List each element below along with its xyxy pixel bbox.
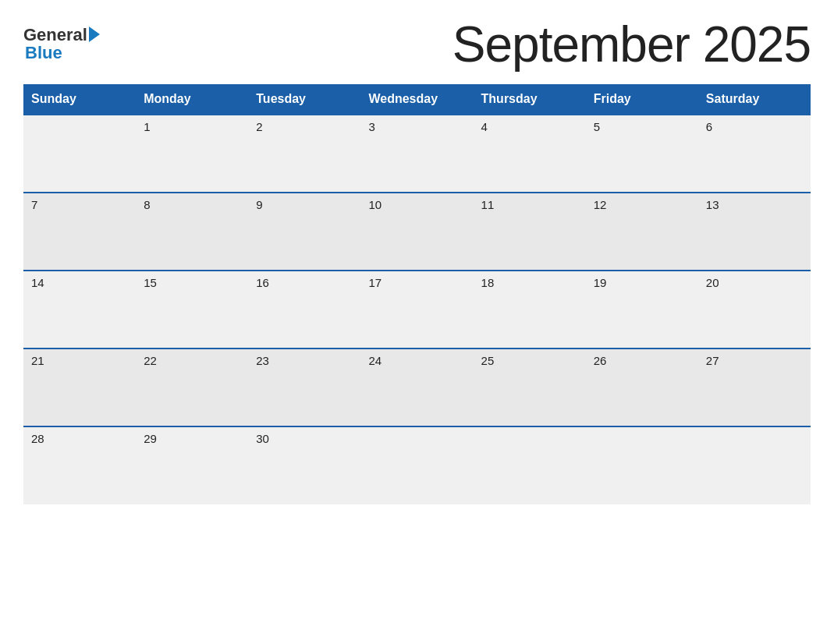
calendar-cell: 29 [136,426,248,504]
calendar-cell: 17 [360,271,473,349]
day-number: 4 [481,120,488,133]
calendar-cell: 9 [248,193,360,271]
calendar-cell: 10 [360,193,473,271]
day-number: 15 [144,276,157,289]
calendar-week-row: 14151617181920 [23,271,811,349]
calendar-cell: 4 [474,115,586,193]
day-number: 2 [256,120,262,133]
calendar-cell: 20 [698,271,811,349]
header-monday: Monday [136,84,248,115]
day-number: 1 [144,120,150,133]
day-number: 26 [594,354,607,367]
header-wednesday: Wednesday [360,84,473,115]
calendar-cell: 28 [23,426,136,504]
day-number: 30 [256,432,269,445]
day-number: 28 [31,432,44,445]
calendar-week-row: 282930 [23,426,811,504]
calendar-cell [360,426,473,504]
day-number: 14 [31,276,44,289]
calendar-week-row: 123456 [23,115,811,193]
calendar-cell: 30 [248,426,360,504]
calendar-week-row: 78910111213 [23,193,811,271]
calendar-cell: 12 [586,193,698,271]
day-number: 16 [256,276,269,289]
calendar-cell: 14 [23,271,136,349]
day-number: 27 [706,354,719,367]
header-saturday: Saturday [698,84,811,115]
month-title: September 2025 [452,16,811,73]
header: General Blue September 2025 [23,16,811,73]
calendar-cell: 13 [698,193,811,271]
logo-triangle-icon [89,27,100,42]
day-number: 23 [256,354,269,367]
day-number: 10 [368,198,382,211]
calendar-cell: 26 [586,349,698,426]
calendar-cell: 25 [474,349,586,426]
logo-blue-text: Blue [25,44,100,62]
page: General Blue September 2025 Sunday Monda… [0,0,834,644]
calendar-cell: 18 [474,271,586,349]
calendar-cell: 1 [136,115,248,193]
calendar-week-row: 21222324252627 [23,349,811,426]
day-number: 7 [31,198,37,211]
weekday-header-row: Sunday Monday Tuesday Wednesday Thursday… [23,84,811,115]
day-number: 12 [594,198,607,211]
calendar-cell [698,426,811,504]
day-number: 5 [594,120,600,133]
day-number: 25 [481,354,495,367]
calendar-cell [474,426,586,504]
day-number: 20 [706,276,719,289]
header-tuesday: Tuesday [248,84,360,115]
calendar-cell: 5 [586,115,698,193]
calendar-cell: 23 [248,349,360,426]
calendar-cell [23,115,136,193]
calendar-cell: 11 [474,193,586,271]
day-number: 21 [31,354,44,367]
day-number: 29 [144,432,157,445]
calendar-cell: 24 [360,349,473,426]
calendar-cell: 16 [248,271,360,349]
day-number: 11 [481,198,495,211]
calendar-header: Sunday Monday Tuesday Wednesday Thursday… [23,84,811,115]
day-number: 6 [706,120,712,133]
day-number: 22 [144,354,157,367]
day-number: 18 [481,276,495,289]
calendar-table: Sunday Monday Tuesday Wednesday Thursday… [23,84,811,504]
day-number: 8 [144,198,150,211]
day-number: 3 [368,120,374,133]
calendar-body: 1234567891011121314151617181920212223242… [23,115,811,504]
calendar-cell: 27 [698,349,811,426]
header-thursday: Thursday [474,84,586,115]
day-number: 19 [594,276,607,289]
calendar-cell: 8 [136,193,248,271]
header-sunday: Sunday [23,84,136,115]
calendar-cell [586,426,698,504]
day-number: 17 [368,276,382,289]
day-number: 13 [706,198,719,211]
logo: General Blue [23,27,100,62]
calendar-cell: 15 [136,271,248,349]
calendar-cell: 19 [586,271,698,349]
logo-general-text: General [23,27,87,44]
day-number: 9 [256,198,262,211]
day-number: 24 [368,354,382,367]
calendar-cell: 3 [360,115,473,193]
calendar-cell: 21 [23,349,136,426]
calendar-cell: 6 [698,115,811,193]
header-friday: Friday [586,84,698,115]
calendar-cell: 22 [136,349,248,426]
calendar-cell: 7 [23,193,136,271]
calendar-cell: 2 [248,115,360,193]
